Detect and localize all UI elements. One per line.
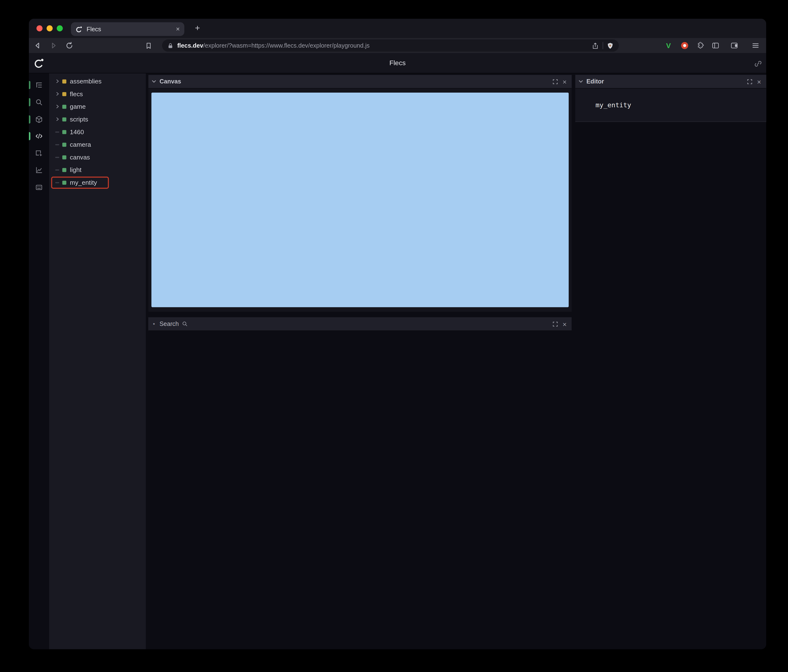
sidebar-toggle-icon[interactable] [709, 39, 722, 52]
editor-content: my_entity [596, 101, 631, 109]
window-minimize-button[interactable] [47, 25, 53, 31]
bullet-icon: • [148, 321, 159, 327]
fullscreen-icon[interactable] [550, 317, 559, 331]
wallet-panel-icon[interactable] [728, 39, 741, 52]
leaf-dash-icon [55, 169, 59, 170]
reload-button[interactable] [63, 39, 76, 52]
tree-row-camera[interactable]: camera [49, 138, 146, 151]
entity-swatch [62, 181, 67, 184]
entity-tree-panel: assemblies flecs game scripts [49, 73, 146, 649]
entity-swatch [62, 117, 67, 121]
tree-row-game[interactable]: game [49, 100, 146, 113]
extension-red-icon[interactable] [678, 39, 691, 52]
url-path: /explorer/?wasm=https://www.flecs.dev/ex… [203, 42, 369, 49]
close-icon[interactable]: × [560, 75, 569, 89]
leaf-dash-icon [55, 144, 59, 145]
tree-label: 1460 [70, 128, 84, 135]
search-panel-header[interactable]: • Search × [148, 317, 572, 331]
tree-row-1460[interactable]: 1460 [49, 125, 146, 138]
chevron-right-icon[interactable] [55, 104, 60, 109]
browser-toolbar: flecs.dev/explorer/?wasm=https://www.fle… [29, 38, 766, 53]
address-bar[interactable]: flecs.dev/explorer/?wasm=https://www.fle… [162, 40, 619, 51]
tab-bar: Flecs × + [29, 19, 766, 38]
tree-row-scripts[interactable]: scripts [49, 113, 146, 125]
tree-row-flecs[interactable]: flecs [49, 87, 146, 100]
search-panel-title: Search [160, 320, 179, 327]
canvas-panel-header[interactable]: Canvas × [148, 75, 572, 89]
tree-row-light[interactable]: light [49, 163, 146, 176]
traffic-lights [37, 25, 63, 31]
extension-v-icon[interactable]: V [662, 39, 675, 52]
tree-label: camera [70, 141, 91, 148]
canvas-panel: Canvas × [148, 75, 572, 312]
screen: Flecs × + flecs [0, 0, 788, 672]
chevron-down-icon[interactable] [575, 79, 586, 84]
rail-inspector-button[interactable] [32, 147, 46, 160]
new-tab-button[interactable]: + [192, 23, 203, 34]
entity-swatch [62, 143, 67, 146]
editor-panel: Editor × my_entity [575, 75, 766, 122]
search-icon [182, 321, 188, 327]
rail-search-button[interactable] [32, 96, 46, 109]
menu-hamburger-icon[interactable] [749, 39, 762, 52]
editor-panel-body[interactable]: my_entity [575, 89, 766, 122]
search-panel: • Search × [148, 317, 572, 331]
window-close-button[interactable] [37, 25, 42, 31]
rail-code-button[interactable] [32, 130, 46, 143]
canvas-panel-body [148, 89, 572, 312]
render-canvas[interactable] [151, 93, 569, 307]
extensions-puzzle-icon[interactable] [694, 39, 707, 52]
tree-label: game [70, 103, 86, 110]
back-button[interactable] [31, 39, 44, 52]
browser-window: Flecs × + flecs [29, 19, 766, 650]
tree-row-my-entity[interactable]: my_entity [49, 176, 146, 189]
url-domain: flecs.dev [177, 42, 203, 49]
chevron-right-icon[interactable] [55, 92, 60, 96]
rail-indicator [29, 132, 30, 140]
tree-row-canvas[interactable]: canvas [49, 151, 146, 163]
rail-indicator [29, 81, 30, 89]
fullscreen-icon[interactable] [550, 75, 559, 89]
window-zoom-button[interactable] [57, 25, 63, 31]
chevron-right-icon[interactable] [55, 79, 60, 84]
tree-label: assemblies [70, 78, 102, 85]
rail-entities-button[interactable] [32, 113, 46, 126]
entity-swatch [62, 105, 67, 108]
rail-stats-button[interactable] [32, 163, 46, 177]
tab-title: Flecs [87, 25, 101, 32]
rail-indicator [29, 98, 30, 106]
page-title: Flecs [29, 53, 766, 73]
editor-panel-title: Editor [586, 78, 604, 85]
leaf-dash-icon [55, 157, 59, 157]
canvas-panel-title: Canvas [160, 78, 181, 85]
brave-shields-icon[interactable] [607, 42, 614, 49]
chevron-down-icon[interactable] [148, 79, 159, 84]
flecs-favicon [75, 25, 82, 32]
forward-button[interactable] [47, 39, 60, 52]
entity-swatch [62, 168, 67, 172]
tree-row-assemblies[interactable]: assemblies [49, 75, 146, 87]
url-text: flecs.dev/explorer/?wasm=https://www.fle… [177, 42, 369, 49]
leaf-dash-icon [55, 182, 59, 183]
share-link-icon[interactable] [753, 59, 763, 69]
close-icon[interactable]: × [755, 75, 764, 89]
tree-label: scripts [70, 116, 88, 123]
tab-close-icon[interactable]: × [176, 26, 180, 32]
close-icon[interactable]: × [560, 317, 569, 331]
entity-swatch [62, 155, 67, 159]
panel-rail [29, 73, 49, 649]
fullscreen-icon[interactable] [745, 75, 754, 89]
entity-swatch [62, 130, 67, 134]
chevron-right-icon[interactable] [55, 117, 60, 122]
divider [603, 42, 603, 49]
editor-panel-header[interactable]: Editor × [575, 75, 766, 89]
rail-tree-button[interactable] [32, 78, 46, 92]
browser-tab[interactable]: Flecs × [71, 22, 184, 36]
entity-swatch [62, 79, 67, 83]
rail-commands-button[interactable] [32, 181, 46, 194]
share-icon[interactable] [591, 42, 599, 49]
tree-label: light [70, 166, 81, 173]
tree-label: flecs [70, 90, 83, 97]
bookmark-icon[interactable] [142, 39, 155, 52]
tree-label: canvas [70, 154, 90, 161]
